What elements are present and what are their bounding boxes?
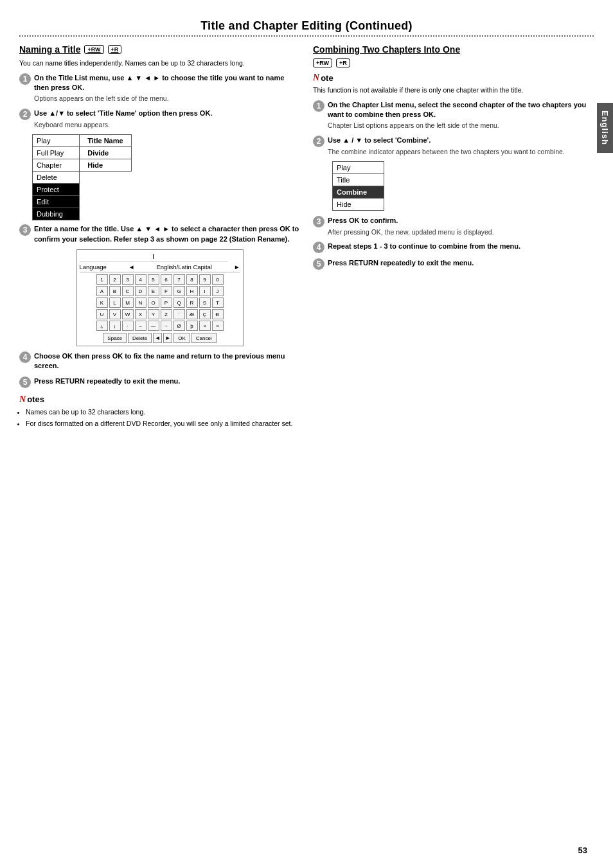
charset-nav-left: ◄ bbox=[129, 263, 134, 270]
keyboard-row-special: ¿ ¡ · – — ~ Ø þ × × bbox=[80, 321, 240, 331]
menu-item-chapter: Chapter bbox=[33, 159, 80, 172]
right-step-num-2: 2 bbox=[313, 136, 324, 147]
key-B[interactable]: B bbox=[109, 286, 121, 296]
key-apos[interactable]: ' bbox=[173, 309, 185, 319]
menu-item-delete: Delete bbox=[33, 172, 80, 184]
menu-item-play: Play bbox=[33, 135, 80, 147]
key-9[interactable]: 9 bbox=[199, 274, 211, 285]
key-H[interactable]: H bbox=[186, 286, 198, 296]
key-X[interactable]: X bbox=[135, 309, 147, 319]
left-step-2: 2 Use ▲/▼ to select 'Title Name' option … bbox=[19, 109, 300, 129]
combining-heading: Combining Two Chapters Into One bbox=[313, 44, 594, 55]
notes-heading: N otes bbox=[19, 394, 300, 405]
left-notes: N otes Names can be up to 32 characters … bbox=[19, 394, 300, 429]
key-endash[interactable]: – bbox=[135, 321, 147, 331]
key-N[interactable]: N bbox=[135, 297, 147, 308]
right-step5-text: Press RETURN repeatedly to exit the menu… bbox=[328, 258, 594, 268]
key-Z[interactable]: Z bbox=[161, 309, 172, 319]
right-note-text: This function is not available if there … bbox=[313, 85, 594, 95]
key-0[interactable]: 0 bbox=[212, 274, 224, 285]
key-G[interactable]: G bbox=[173, 286, 185, 296]
key-tilde[interactable]: ~ bbox=[161, 321, 172, 331]
key-cancel[interactable]: Cancel bbox=[191, 333, 217, 343]
key-delete[interactable]: Delete bbox=[128, 333, 152, 343]
key-invexcl[interactable]: ¡ bbox=[109, 321, 121, 331]
right-step1-text: On the Chapter List menu, select the sec… bbox=[328, 100, 594, 120]
left-step-1: 1 On the Title List menu, use ▲ ▼ ◄ ► to… bbox=[19, 73, 300, 103]
key-emdash[interactable]: — bbox=[148, 321, 159, 331]
key-times2[interactable]: × bbox=[212, 321, 224, 331]
key-Y[interactable]: Y bbox=[148, 309, 159, 319]
key-oslash[interactable]: Ø bbox=[173, 321, 185, 331]
note-icon: N bbox=[19, 394, 26, 405]
key-T[interactable]: T bbox=[212, 297, 224, 308]
left-column: Naming a Title +RW +R You can name title… bbox=[19, 44, 300, 434]
right-note: N ote This function is not available if … bbox=[313, 73, 594, 95]
key-6[interactable]: 6 bbox=[161, 274, 172, 285]
badge-rw-left: +RW bbox=[84, 45, 103, 54]
key-C[interactable]: C bbox=[122, 286, 134, 296]
key-ae[interactable]: Æ bbox=[186, 309, 198, 319]
key-eth[interactable]: Ð bbox=[212, 309, 224, 319]
key-ok[interactable]: OK bbox=[173, 333, 190, 343]
key-Q[interactable]: Q bbox=[173, 297, 185, 308]
right-step-num-5: 5 bbox=[313, 258, 324, 270]
step5-text: Press RETURN repeatedly to exit the menu… bbox=[34, 376, 300, 386]
key-V[interactable]: V bbox=[109, 309, 121, 319]
key-F[interactable]: F bbox=[161, 286, 172, 296]
popup-item-hide: Hide bbox=[80, 159, 131, 172]
popup-menu-table: Title Name Divide Hide bbox=[79, 134, 131, 172]
key-7[interactable]: 7 bbox=[173, 274, 185, 285]
key-U[interactable]: U bbox=[96, 309, 108, 319]
key-middot[interactable]: · bbox=[122, 321, 134, 331]
key-M[interactable]: M bbox=[122, 297, 134, 308]
key-3[interactable]: 3 bbox=[122, 274, 134, 285]
combine-menu-table: Play Title Combine Hide bbox=[332, 161, 384, 211]
key-thorn[interactable]: þ bbox=[186, 321, 198, 331]
key-2[interactable]: 2 bbox=[109, 274, 121, 285]
page-title: Title and Chapter Editing (Continued) bbox=[19, 19, 594, 37]
key-times[interactable]: × bbox=[199, 321, 211, 331]
right-step2-sub: The combine indicator appears between th… bbox=[328, 147, 594, 157]
right-step2-text: Use ▲ / ▼ to select 'Combine'. bbox=[328, 136, 594, 145]
combine-menu-title: Title bbox=[333, 174, 384, 186]
key-O[interactable]: O bbox=[148, 297, 159, 308]
key-1[interactable]: 1 bbox=[96, 274, 108, 285]
key-8[interactable]: 8 bbox=[186, 274, 198, 285]
key-right[interactable]: ► bbox=[163, 333, 172, 343]
menu-item-edit: Edit bbox=[33, 196, 80, 208]
key-W[interactable]: W bbox=[122, 309, 134, 319]
left-step-3: 3 Enter a name for the title. Use ▲ ▼ ◄ … bbox=[19, 224, 300, 244]
key-S[interactable]: S bbox=[199, 297, 211, 308]
key-K[interactable]: K bbox=[96, 297, 108, 308]
key-left[interactable]: ◄ bbox=[153, 333, 162, 343]
main-menu-table: Play Full Play Chapter Delete Protect Ed… bbox=[32, 134, 80, 220]
step-num-5: 5 bbox=[19, 376, 31, 388]
popup-item-divide: Divide bbox=[80, 147, 131, 159]
key-L[interactable]: L bbox=[109, 297, 121, 308]
key-space[interactable]: Space bbox=[103, 333, 127, 343]
combine-menu-hide: Hide bbox=[333, 199, 384, 211]
step1-text: On the Title List menu, use ▲ ▼ ◄ ► to c… bbox=[34, 73, 300, 93]
keyboard-row-0: 1 2 3 4 5 6 7 8 9 0 bbox=[80, 274, 240, 285]
key-E[interactable]: E bbox=[148, 286, 159, 296]
step-num-1: 1 bbox=[19, 73, 31, 85]
step-num-3: 3 bbox=[19, 224, 31, 236]
key-5[interactable]: 5 bbox=[148, 274, 159, 285]
key-invquest[interactable]: ¿ bbox=[96, 321, 108, 331]
popup-item-titlename: Title Name bbox=[80, 135, 131, 147]
menu-item-fullplay: Full Play bbox=[33, 147, 80, 159]
key-A[interactable]: A bbox=[96, 286, 108, 296]
key-R[interactable]: R bbox=[186, 297, 198, 308]
menu-item-dubbing: Dubbing bbox=[33, 208, 80, 220]
step-num-2: 2 bbox=[19, 109, 31, 120]
naming-title-heading: Naming a Title +RW +R bbox=[19, 44, 300, 55]
right-step3-sub: After pressing OK, the new, updated menu… bbox=[328, 227, 594, 237]
right-badges: +RW +R bbox=[313, 58, 594, 67]
key-D[interactable]: D bbox=[135, 286, 147, 296]
key-J[interactable]: J bbox=[212, 286, 224, 296]
key-ccedil[interactable]: Ç bbox=[199, 309, 211, 319]
key-P[interactable]: P bbox=[161, 297, 172, 308]
key-4[interactable]: 4 bbox=[135, 274, 147, 285]
key-I[interactable]: I bbox=[199, 286, 211, 296]
